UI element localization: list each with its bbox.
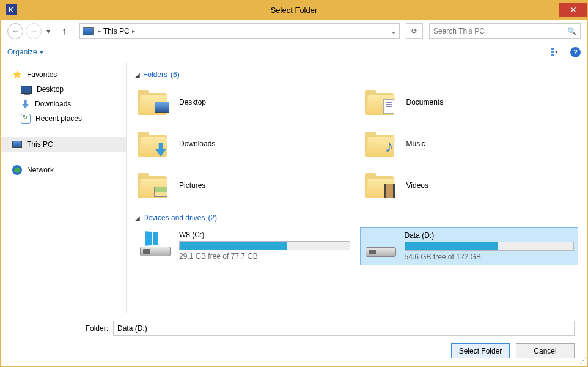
monitor-icon xyxy=(21,86,32,94)
section-header-drives[interactable]: ◢ Devices and drives (2) xyxy=(135,213,578,222)
section-header-folders[interactable]: ◢ Folders (6) xyxy=(135,70,578,79)
download-icon xyxy=(21,100,30,109)
cancel-button[interactable]: Cancel xyxy=(516,343,575,358)
address-history-dropdown[interactable]: ⌄ xyxy=(391,27,397,35)
titlebar[interactable]: K Select Folder ✕ xyxy=(1,1,587,19)
folder-label: Pictures xyxy=(179,181,205,190)
address-bar[interactable]: ▸ This PC ▸ ⌄ xyxy=(79,23,400,39)
up-button[interactable]: ↑ xyxy=(57,24,71,38)
sidebar-item-favorites[interactable]: Favorites xyxy=(1,67,126,82)
star-icon xyxy=(12,70,22,80)
folder-label: Downloads xyxy=(179,139,215,148)
folder-label: Videos xyxy=(406,181,428,190)
footer: Folder: Select Folder Cancel xyxy=(1,313,587,366)
search-box[interactable]: 🔍 xyxy=(429,23,581,39)
folder-icon: ♪ xyxy=(365,131,397,157)
sidebar-item-label: Network xyxy=(27,166,54,174)
folder-icon xyxy=(138,89,169,115)
folder-field-label: Folder: xyxy=(13,324,108,333)
collapse-icon: ◢ xyxy=(135,72,140,78)
chevron-right-icon[interactable]: ▸ xyxy=(132,28,135,34)
help-button[interactable]: ? xyxy=(570,47,581,57)
main-panel: ◢ Folders (6) Desktop Documents xyxy=(127,62,587,313)
folder-label: Desktop xyxy=(179,98,206,106)
network-icon xyxy=(12,165,22,175)
drive-icon xyxy=(364,231,397,257)
sidebar-item-label: This PC xyxy=(27,140,53,149)
window-title: Select Folder xyxy=(271,6,318,15)
drive-free-text: 29.1 GB free of 77.7 GB xyxy=(179,252,350,261)
sidebar: Favorites Desktop Downloads Recent place… xyxy=(1,62,127,313)
drive-free-text: 54.6 GB free of 122 GB xyxy=(405,253,575,261)
folder-icon xyxy=(138,131,169,157)
view-options-button[interactable]: ▾ xyxy=(547,46,562,58)
refresh-button[interactable]: ⟳ xyxy=(406,23,423,39)
close-button[interactable]: ✕ xyxy=(559,3,587,17)
history-dropdown[interactable]: ▾ xyxy=(44,25,53,37)
drive-c[interactable]: W8 (C:) 29.1 GB free of 77.7 GB xyxy=(135,227,354,265)
breadcrumb-location[interactable]: This PC xyxy=(103,27,130,35)
chevron-down-icon: ▾ xyxy=(40,48,43,56)
folder-label: Music xyxy=(406,139,425,148)
folder-icon xyxy=(138,172,169,198)
search-input[interactable] xyxy=(433,27,576,35)
sidebar-item-label: Favorites xyxy=(27,70,57,79)
folder-pictures[interactable]: Pictures xyxy=(135,167,351,204)
sidebar-item-desktop[interactable]: Desktop xyxy=(1,82,126,97)
search-icon[interactable]: 🔍 xyxy=(567,27,576,35)
drive-name: Data (D:) xyxy=(405,231,575,240)
sidebar-item-downloads[interactable]: Downloads xyxy=(1,97,126,111)
folder-icon xyxy=(365,89,397,115)
sidebar-item-network[interactable]: Network xyxy=(1,163,126,177)
recent-icon xyxy=(21,114,31,124)
folder-documents[interactable]: Documents xyxy=(362,84,579,120)
sidebar-item-label: Desktop xyxy=(37,85,64,94)
sidebar-item-this-pc[interactable]: This PC xyxy=(1,137,126,152)
nav-bar: ← → ▾ ↑ ▸ This PC ▸ ⌄ ⟳ 🔍 xyxy=(1,20,587,42)
chevron-down-icon: ▾ xyxy=(555,49,558,55)
folder-label: Documents xyxy=(406,98,444,106)
folder-icon xyxy=(365,172,397,198)
folder-music[interactable]: ♪ Music xyxy=(362,125,579,162)
pc-icon xyxy=(12,141,22,148)
organize-menu[interactable]: Organize ▾ xyxy=(7,48,43,56)
forward-button[interactable]: → xyxy=(26,23,42,39)
folder-desktop[interactable]: Desktop xyxy=(135,84,351,120)
drive-usage-bar xyxy=(179,241,350,250)
drive-name: W8 (C:) xyxy=(179,231,350,239)
folder-downloads[interactable]: Downloads xyxy=(135,125,351,162)
drive-usage-bar xyxy=(405,242,575,251)
folder-videos[interactable]: Videos xyxy=(362,167,579,204)
toolbar: Organize ▾ ▾ ? xyxy=(1,42,587,62)
sidebar-item-recent[interactable]: Recent places xyxy=(1,111,126,126)
back-button[interactable]: ← xyxy=(7,23,23,39)
drive-d[interactable]: Data (D:) 54.6 GB free of 122 GB xyxy=(360,227,579,265)
sidebar-item-label: Downloads xyxy=(35,100,71,108)
collapse-icon: ◢ xyxy=(135,215,140,221)
resize-grip[interactable]: ⋰ xyxy=(579,356,586,365)
select-folder-button[interactable]: Select Folder xyxy=(451,343,510,358)
sidebar-item-label: Recent places xyxy=(35,114,82,123)
pc-icon xyxy=(83,27,94,35)
chevron-right-icon[interactable]: ▸ xyxy=(98,28,101,34)
drive-icon xyxy=(139,231,172,256)
app-icon: K xyxy=(6,4,17,15)
folder-name-input[interactable] xyxy=(113,321,575,336)
